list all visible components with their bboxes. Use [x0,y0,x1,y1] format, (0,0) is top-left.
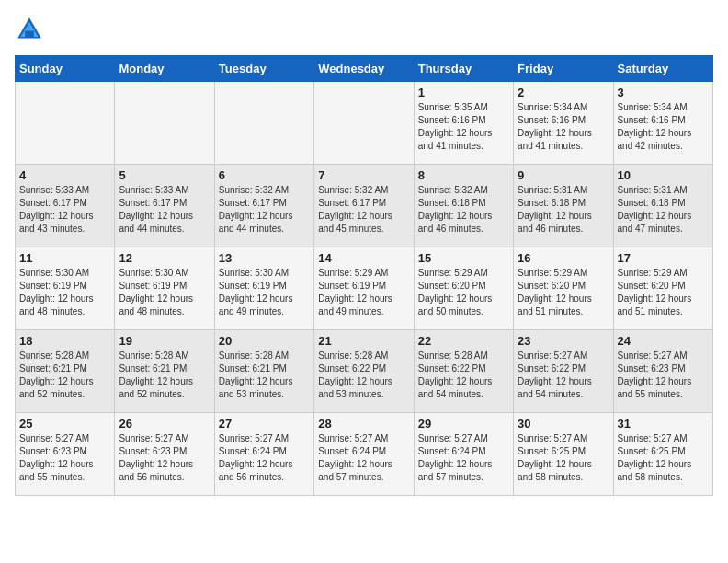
calendar-cell: 18Sunrise: 5:28 AM Sunset: 6:21 PM Dayli… [16,330,115,413]
header-sunday: Sunday [16,56,115,82]
day-info: Sunrise: 5:27 AM Sunset: 6:24 PM Dayligh… [219,432,310,484]
calendar-week-row: 4Sunrise: 5:33 AM Sunset: 6:17 PM Daylig… [16,165,713,247]
calendar-cell: 29Sunrise: 5:27 AM Sunset: 6:24 PM Dayli… [414,413,513,496]
header-thursday: Thursday [414,56,513,82]
day-info: Sunrise: 5:30 AM Sunset: 6:19 PM Dayligh… [219,267,310,318]
header-tuesday: Tuesday [214,56,313,82]
day-number: 17 [618,251,709,265]
calendar-week-row: 1Sunrise: 5:35 AM Sunset: 6:16 PM Daylig… [16,82,713,165]
calendar-cell: 19Sunrise: 5:28 AM Sunset: 6:21 PM Dayli… [115,330,214,413]
calendar-cell: 31Sunrise: 5:27 AM Sunset: 6:25 PM Dayli… [613,413,712,496]
calendar-cell: 25Sunrise: 5:27 AM Sunset: 6:23 PM Dayli… [16,413,115,496]
header-friday: Friday [514,56,613,82]
day-info: Sunrise: 5:27 AM Sunset: 6:25 PM Dayligh… [618,432,709,484]
calendar-cell: 23Sunrise: 5:27 AM Sunset: 6:22 PM Dayli… [514,330,613,413]
calendar-cell [214,82,313,165]
day-number: 28 [318,417,409,431]
day-number: 26 [119,417,210,431]
calendar-week-row: 18Sunrise: 5:28 AM Sunset: 6:21 PM Dayli… [16,330,713,413]
day-number: 2 [518,86,609,99]
day-number: 13 [219,251,310,265]
calendar-week-row: 25Sunrise: 5:27 AM Sunset: 6:23 PM Dayli… [16,413,713,496]
calendar-cell: 20Sunrise: 5:28 AM Sunset: 6:21 PM Dayli… [214,330,313,413]
svg-rect-2 [25,31,34,37]
day-info: Sunrise: 5:31 AM Sunset: 6:18 PM Dayligh… [518,184,609,236]
day-info: Sunrise: 5:30 AM Sunset: 6:19 PM Dayligh… [19,267,110,318]
day-number: 30 [518,417,609,431]
day-number: 6 [219,168,310,182]
day-info: Sunrise: 5:29 AM Sunset: 6:20 PM Dayligh… [418,267,509,318]
day-info: Sunrise: 5:29 AM Sunset: 6:19 PM Dayligh… [318,267,409,318]
day-info: Sunrise: 5:27 AM Sunset: 6:23 PM Dayligh… [618,350,709,401]
day-number: 25 [19,417,110,431]
day-info: Sunrise: 5:34 AM Sunset: 6:16 PM Dayligh… [518,101,609,153]
day-info: Sunrise: 5:28 AM Sunset: 6:21 PM Dayligh… [219,350,310,401]
calendar-cell: 11Sunrise: 5:30 AM Sunset: 6:19 PM Dayli… [16,247,115,330]
day-info: Sunrise: 5:33 AM Sunset: 6:17 PM Dayligh… [19,184,110,236]
day-number: 5 [119,168,210,182]
calendar-cell: 7Sunrise: 5:32 AM Sunset: 6:17 PM Daylig… [314,165,414,247]
calendar-cell: 5Sunrise: 5:33 AM Sunset: 6:17 PM Daylig… [115,165,214,247]
calendar-cell: 24Sunrise: 5:27 AM Sunset: 6:23 PM Dayli… [613,330,712,413]
day-number: 9 [518,168,609,182]
day-number: 18 [19,334,110,348]
calendar-cell: 9Sunrise: 5:31 AM Sunset: 6:18 PM Daylig… [514,165,613,247]
day-info: Sunrise: 5:30 AM Sunset: 6:19 PM Dayligh… [119,267,210,318]
day-number: 8 [418,168,509,182]
day-number: 15 [418,251,509,265]
day-number: 27 [219,417,310,431]
day-number: 1 [418,86,509,99]
calendar-cell: 30Sunrise: 5:27 AM Sunset: 6:25 PM Dayli… [514,413,613,496]
day-number: 24 [618,334,709,348]
day-info: Sunrise: 5:27 AM Sunset: 6:23 PM Dayligh… [119,432,210,484]
calendar-cell: 21Sunrise: 5:28 AM Sunset: 6:22 PM Dayli… [314,330,414,413]
calendar-cell: 16Sunrise: 5:29 AM Sunset: 6:20 PM Dayli… [514,247,613,330]
day-number: 4 [19,168,110,182]
day-info: Sunrise: 5:31 AM Sunset: 6:18 PM Dayligh… [618,184,709,236]
calendar-cell: 17Sunrise: 5:29 AM Sunset: 6:20 PM Dayli… [613,247,712,330]
calendar-cell: 8Sunrise: 5:32 AM Sunset: 6:18 PM Daylig… [414,165,513,247]
calendar-week-row: 11Sunrise: 5:30 AM Sunset: 6:19 PM Dayli… [16,247,713,330]
day-info: Sunrise: 5:32 AM Sunset: 6:17 PM Dayligh… [219,184,310,236]
day-info: Sunrise: 5:28 AM Sunset: 6:21 PM Dayligh… [119,350,210,401]
day-info: Sunrise: 5:27 AM Sunset: 6:23 PM Dayligh… [19,432,110,484]
calendar-cell: 14Sunrise: 5:29 AM Sunset: 6:19 PM Dayli… [314,247,414,330]
day-number: 22 [418,334,509,348]
day-number: 31 [618,417,709,431]
calendar-cell: 27Sunrise: 5:27 AM Sunset: 6:24 PM Dayli… [214,413,313,496]
day-number: 20 [219,334,310,348]
header-wednesday: Wednesday [314,56,414,82]
day-number: 23 [518,334,609,348]
calendar-cell: 2Sunrise: 5:34 AM Sunset: 6:16 PM Daylig… [514,82,613,165]
day-number: 11 [19,251,110,265]
calendar-cell: 10Sunrise: 5:31 AM Sunset: 6:18 PM Dayli… [613,165,712,247]
day-number: 19 [119,334,210,348]
header-saturday: Saturday [613,56,712,82]
calendar-cell: 28Sunrise: 5:27 AM Sunset: 6:24 PM Dayli… [314,413,414,496]
day-info: Sunrise: 5:33 AM Sunset: 6:17 PM Dayligh… [119,184,210,236]
day-number: 21 [318,334,409,348]
logo [15,15,48,44]
day-info: Sunrise: 5:27 AM Sunset: 6:24 PM Dayligh… [318,432,409,484]
day-number: 3 [618,86,709,99]
calendar-cell: 3Sunrise: 5:34 AM Sunset: 6:16 PM Daylig… [613,82,712,165]
day-info: Sunrise: 5:35 AM Sunset: 6:16 PM Dayligh… [418,101,509,153]
day-number: 14 [318,251,409,265]
calendar-cell: 12Sunrise: 5:30 AM Sunset: 6:19 PM Dayli… [115,247,214,330]
day-info: Sunrise: 5:34 AM Sunset: 6:16 PM Dayligh… [618,101,709,153]
calendar-cell: 26Sunrise: 5:27 AM Sunset: 6:23 PM Dayli… [115,413,214,496]
calendar-cell: 1Sunrise: 5:35 AM Sunset: 6:16 PM Daylig… [414,82,513,165]
day-info: Sunrise: 5:28 AM Sunset: 6:22 PM Dayligh… [318,350,409,401]
logo-icon [15,15,44,44]
calendar-cell: 13Sunrise: 5:30 AM Sunset: 6:19 PM Dayli… [214,247,313,330]
day-info: Sunrise: 5:27 AM Sunset: 6:25 PM Dayligh… [518,432,609,484]
calendar-header-row: SundayMondayTuesdayWednesdayThursdayFrid… [16,56,713,82]
day-info: Sunrise: 5:32 AM Sunset: 6:18 PM Dayligh… [418,184,509,236]
day-info: Sunrise: 5:29 AM Sunset: 6:20 PM Dayligh… [618,267,709,318]
day-number: 7 [318,168,409,182]
calendar-cell [314,82,414,165]
calendar-cell [115,82,214,165]
day-info: Sunrise: 5:27 AM Sunset: 6:24 PM Dayligh… [418,432,509,484]
day-info: Sunrise: 5:32 AM Sunset: 6:17 PM Dayligh… [318,184,409,236]
calendar-cell: 4Sunrise: 5:33 AM Sunset: 6:17 PM Daylig… [16,165,115,247]
